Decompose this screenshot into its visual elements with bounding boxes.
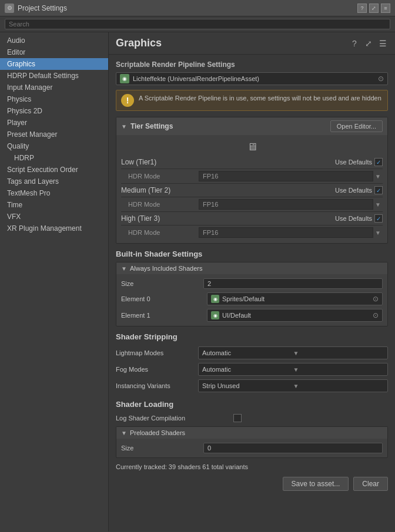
search-input[interactable] [5, 19, 390, 29]
open-editor-button[interactable]: Open Editor... [330, 120, 383, 132]
tier-settings-body: 🖥 Low (Tier1) Use Defaults ✓ HDR Mode [116, 135, 387, 243]
preloaded-size-input[interactable] [203, 443, 383, 453]
shader-element0-icon: ◉ [211, 295, 219, 303]
sidebar-item-vfx[interactable]: VFX [0, 211, 108, 223]
footer-buttons: Save to asset... Clear [116, 471, 388, 493]
sidebar-item-quality[interactable]: Quality [0, 140, 108, 152]
always-included-shaders-header[interactable]: ▼ Always Included Shaders [116, 262, 387, 274]
monitor-icon-row: 🖥 [121, 139, 383, 156]
shader-element0-name: Sprites/Default [222, 295, 373, 302]
log-shader-label: Log Shader Compilation [116, 415, 233, 422]
preloaded-shaders-header[interactable]: ▼ Preloaded Shaders [116, 427, 387, 439]
sidebar-item-script-exec[interactable]: Script Execution Order [0, 164, 108, 176]
search-bar [0, 16, 395, 32]
tracked-text: Currently tracked: 39 shaders 61 total v… [116, 461, 248, 473]
shader-size-input[interactable] [203, 278, 383, 289]
tier-low-hdr-value: FP16 [199, 171, 373, 181]
tier-high-use-defaults: Use Defaults ✓ [335, 214, 383, 223]
fog-modes-dropdown[interactable]: Automatic ▼ [198, 363, 388, 376]
sidebar-item-xr-plugin[interactable]: XR Plugin Management [0, 223, 108, 234]
tier-high-hdr-dropdown-icon[interactable]: ▼ [373, 230, 383, 236]
tier-medium-hdr-row: HDR Mode FP16 ▼ [121, 197, 383, 212]
layout-icon[interactable]: ⤢ [363, 38, 374, 49]
save-to-asset-button[interactable]: Save to asset... [283, 477, 349, 491]
sidebar-item-hdrp[interactable]: HDRP [0, 152, 108, 164]
sidebar-item-hdrp-defaults[interactable]: HDRP Default Settings [0, 70, 108, 82]
tier-high-checkbox[interactable]: ✓ [374, 214, 383, 223]
settings-icon[interactable]: ☰ [377, 38, 388, 49]
shader-element1-name: UI/Default [222, 312, 373, 319]
shader-element0-label: Element 0 [121, 295, 203, 302]
shader-element1-field[interactable]: ◉ UI/Default ⊙ [207, 309, 383, 322]
header-icons: ? ⤢ ☰ [349, 38, 388, 49]
shader-size-label: Size [121, 280, 203, 287]
srp-asset-arrow-icon: ⊙ [378, 75, 384, 83]
sidebar-item-input-manager[interactable]: Input Manager [0, 82, 108, 93]
sidebar-item-player[interactable]: Player [0, 117, 108, 129]
tier-low-row: Low (Tier1) Use Defaults ✓ [121, 156, 383, 169]
instancing-variants-label: Instancing Variants [116, 382, 198, 389]
tier-low-use-defaults: Use Defaults ✓ [335, 158, 383, 166]
always-included-arrow-icon: ▼ [121, 265, 127, 272]
lightmap-modes-dropdown[interactable]: Automatic ▼ [198, 346, 388, 359]
lightmap-modes-dropdown-icon: ▼ [293, 350, 384, 356]
tier-settings-arrow-icon: ▼ [121, 123, 127, 130]
sidebar-item-textmesh-pro[interactable]: TextMesh Pro [0, 187, 108, 199]
sidebar-item-physics[interactable]: Physics [0, 93, 108, 105]
tier-high-label: High (Tier 3) [121, 214, 192, 223]
built-in-section: Built-in Shader Settings ▼ Always Includ… [116, 250, 388, 326]
shader-element0-pick-icon[interactable]: ⊙ [373, 295, 379, 303]
shader-stripping-header: Shader Stripping [116, 332, 388, 341]
tier-low-hdr-dropdown-icon[interactable]: ▼ [373, 173, 383, 180]
sidebar-item-physics2d[interactable]: Physics 2D [0, 105, 108, 117]
tier-medium-hdr-dropdown-icon[interactable]: ▼ [373, 201, 383, 208]
built-in-header: Built-in Shader Settings [116, 250, 388, 258]
lightmap-modes-label: Lightmap Modes [116, 349, 198, 356]
tier-low-hdr-label: HDR Mode [128, 173, 199, 180]
tier-low-checkbox[interactable]: ✓ [374, 158, 383, 166]
srp-asset-icon: ◉ [120, 74, 129, 83]
window-controls: ? ⤢ ≡ [357, 4, 390, 13]
content-header: Graphics ? ⤢ ☰ [109, 32, 395, 55]
fog-modes-row: Fog Modes Automatic ▼ [116, 361, 388, 378]
warning-box: ! A Scriptable Render Pipeline is in use… [116, 90, 388, 111]
tier-medium-hdr-label: HDR Mode [128, 201, 199, 208]
tier-high-hdr-row: HDR Mode FP16 ▼ [121, 225, 383, 240]
tier-high-row: High (Tier 3) Use Defaults ✓ [121, 212, 383, 225]
tier-low-label: Low (Tier1) [121, 158, 192, 166]
log-shader-checkbox[interactable] [233, 414, 242, 422]
srp-asset-field[interactable]: ◉ Lichteffekte (UniversalRenderPipelineA… [116, 72, 388, 85]
tier-settings-header[interactable]: ▼ Tier Settings Open Editor... [116, 117, 387, 135]
content-body: Scriptable Render Pipeline Settings ◉ Li… [109, 55, 395, 499]
window-layout-btn[interactable]: ⤢ [369, 4, 379, 13]
sidebar: Audio Editor Graphics HDRP Default Setti… [0, 32, 109, 531]
sidebar-item-time[interactable]: Time [0, 199, 108, 211]
tier-low-hdr-row: HDR Mode FP16 ▼ [121, 169, 383, 184]
sidebar-item-editor[interactable]: Editor [0, 46, 108, 58]
shader-element0-row: Element 0 ◉ Sprites/Default ⊙ [121, 291, 383, 307]
title-bar: ⚙ Project Settings ? ⤢ ≡ [0, 0, 395, 16]
tier-medium-use-defaults: Use Defaults ✓ [335, 186, 383, 194]
shader-element0-field[interactable]: ◉ Sprites/Default ⊙ [207, 292, 383, 305]
instancing-variants-row: Instancing Variants Strip Unused ▼ [116, 378, 388, 394]
shader-element1-pick-icon[interactable]: ⊙ [373, 311, 379, 319]
instancing-variants-dropdown[interactable]: Strip Unused ▼ [198, 379, 388, 392]
tier-settings-section: ▼ Tier Settings Open Editor... 🖥 Low (Ti… [116, 117, 388, 244]
fog-modes-label: Fog Modes [116, 366, 198, 373]
tier-medium-checkbox[interactable]: ✓ [374, 186, 383, 194]
window-settings-btn[interactable]: ≡ [381, 4, 390, 13]
help-icon[interactable]: ? [349, 38, 360, 49]
shader-element1-icon: ◉ [211, 311, 219, 319]
sidebar-item-audio[interactable]: Audio [0, 35, 108, 46]
sidebar-item-preset-manager[interactable]: Preset Manager [0, 129, 108, 140]
tier-low-use-defaults-label: Use Defaults [335, 159, 372, 166]
window-help-btn[interactable]: ? [357, 4, 367, 13]
preloaded-size-label: Size [121, 445, 203, 452]
log-shader-row: Log Shader Compilation [116, 412, 388, 424]
sidebar-item-graphics[interactable]: Graphics [0, 58, 108, 70]
shader-stripping-section: Shader Stripping Lightmap Modes Automati… [116, 332, 388, 394]
clear-button[interactable]: Clear [353, 477, 388, 491]
instancing-variants-value: Strip Unused [202, 382, 293, 389]
shader-element1-label: Element 1 [121, 312, 203, 319]
sidebar-item-tags-layers[interactable]: Tags and Layers [0, 176, 108, 187]
